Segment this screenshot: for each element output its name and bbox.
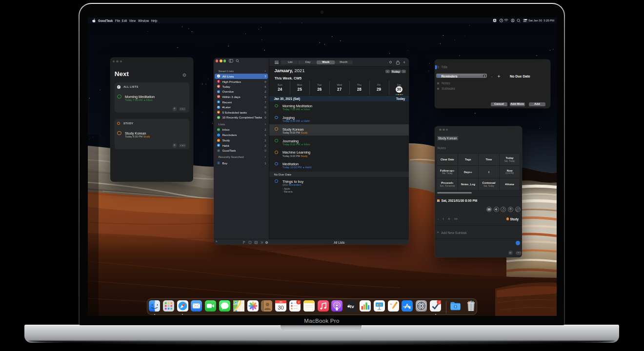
svg-text:JAN: JAN	[279, 301, 282, 303]
svg-text:2: 2	[439, 301, 440, 304]
svg-text:A: A	[494, 19, 496, 22]
svg-text:tv: tv	[350, 304, 355, 309]
svg-text:2: 2	[298, 301, 300, 304]
svg-text:30: 30	[278, 305, 284, 311]
svg-text:“: “	[390, 302, 392, 307]
